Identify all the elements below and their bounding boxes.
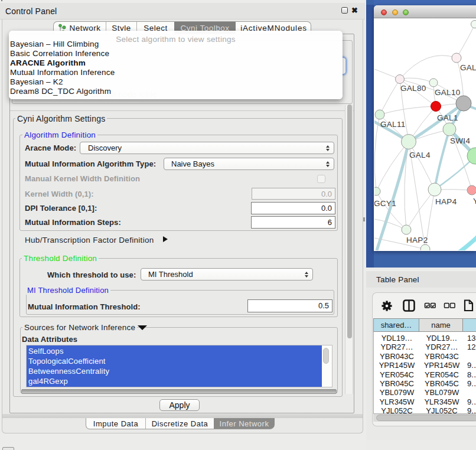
- svg-text:HAP2: HAP2: [406, 236, 428, 244]
- svg-text:GAL11: GAL11: [380, 120, 406, 129]
- svg-text:HAP4: HAP4: [435, 197, 457, 206]
- svg-text:GAL80: GAL80: [400, 84, 426, 93]
- svg-text:GCY1: GCY1: [374, 199, 396, 208]
- svg-text:GAL: GAL: [460, 63, 476, 72]
- svg-text:Y: Y: [473, 197, 476, 206]
- svg-text:GAL1: GAL1: [437, 113, 458, 122]
- svg-text:GAL10: GAL10: [435, 88, 461, 97]
- svg-text:GAL4: GAL4: [409, 151, 431, 159]
- svg-text:SWI4: SWI4: [450, 136, 470, 145]
